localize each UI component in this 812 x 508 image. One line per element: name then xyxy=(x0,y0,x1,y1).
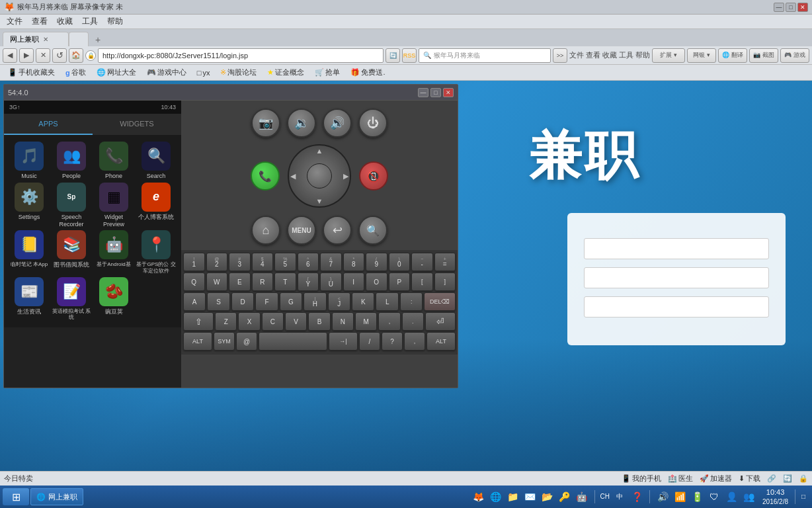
app-widget[interactable]: ▦ Widget Preview xyxy=(94,183,134,228)
accelerator-btn[interactable]: 🚀 加速器 xyxy=(700,474,732,484)
key-f[interactable]: F xyxy=(255,292,278,311)
key-enter[interactable]: ⏎ xyxy=(425,312,456,331)
app-music[interactable]: 🎵 Music xyxy=(9,142,49,180)
bookmark-6[interactable]: ★证金概念 xyxy=(263,66,308,79)
key-sym[interactable]: SYM xyxy=(214,332,235,351)
menu-ctrl-btn[interactable]: MENU xyxy=(287,216,316,245)
ext-btn-3[interactable]: 🌐 翻译 xyxy=(718,48,747,63)
vol-down-btn[interactable]: 🔉 xyxy=(287,108,316,138)
key-r[interactable]: R xyxy=(252,273,274,291)
app-notes[interactable]: 📒 临时笔记 本App xyxy=(9,230,49,274)
app-blog[interactable]: e 个人博客系统 xyxy=(136,183,176,228)
key-close-bracket[interactable]: ] xyxy=(434,273,456,291)
key-space[interactable] xyxy=(259,332,327,351)
key-3[interactable]: #3 xyxy=(229,253,251,271)
taskbar-icon-battery[interactable]: 🔋 xyxy=(690,489,704,504)
bookmark-0[interactable]: 📱手机收藏夹 xyxy=(4,66,59,79)
key-z[interactable]: Z xyxy=(215,312,237,331)
key-d[interactable]: D xyxy=(231,292,254,311)
key-h[interactable]: |H xyxy=(304,292,326,311)
taskbar-icon-firefox[interactable]: 🦊 xyxy=(471,489,486,504)
key-alt-left[interactable]: ALT xyxy=(183,332,212,351)
app-people[interactable]: 👥 People xyxy=(52,142,91,180)
key-0[interactable]: )0 xyxy=(389,253,411,271)
key-p[interactable]: P xyxy=(389,273,411,291)
taskbar-icon-folder[interactable]: 📁 xyxy=(506,489,520,504)
reload-btn[interactable]: ↺ xyxy=(52,48,67,63)
key-5[interactable]: %5 xyxy=(274,253,296,271)
bookmark-3[interactable]: 🎮游戏中心 xyxy=(143,66,190,79)
key-g[interactable]: G xyxy=(280,292,302,311)
app-speech[interactable]: Sp Speech Recorder xyxy=(52,183,91,228)
back-btn[interactable]: ◀ xyxy=(3,48,17,63)
camera-btn[interactable]: 📷 xyxy=(251,108,280,138)
key-tab-arrow[interactable]: →| xyxy=(329,332,358,351)
home-ctrl-btn[interactable]: ⌂ xyxy=(251,216,280,245)
close-window-btn[interactable]: ✕ xyxy=(797,3,808,12)
maximize-btn[interactable]: □ xyxy=(786,3,796,12)
widgets-tab[interactable]: WIDGETS xyxy=(93,114,181,135)
tab-0[interactable]: 网上兼职 ✕ xyxy=(3,32,69,46)
key-y[interactable]: {Y xyxy=(298,273,319,291)
taskbar-icon-lock[interactable]: 🔑 xyxy=(557,489,572,504)
bookmark-1[interactable]: g谷歌 xyxy=(61,66,90,79)
addon-icon-2[interactable]: 🔄 xyxy=(783,474,792,483)
menu-view[interactable]: 查看 xyxy=(28,15,52,28)
tab-close-0[interactable]: ✕ xyxy=(43,36,48,43)
key-del[interactable]: DEL⌫ xyxy=(424,292,456,311)
new-tab-btn[interactable]: + xyxy=(91,33,104,46)
key-l[interactable]: L xyxy=(376,292,398,311)
vol-up-btn[interactable]: 🔊 xyxy=(323,108,352,138)
start-btn[interactable]: ⊞ xyxy=(3,488,29,505)
home-btn[interactable]: 🏠 xyxy=(69,48,83,63)
key-i[interactable]: I xyxy=(343,273,365,291)
minimize-btn[interactable]: — xyxy=(774,3,784,12)
ext-btn-1[interactable]: 扩展 ▾ xyxy=(652,48,685,63)
rss-btn[interactable]: RSS xyxy=(402,48,417,63)
key-o[interactable]: O xyxy=(366,273,387,291)
popup-maximize-btn[interactable]: □ xyxy=(430,88,441,97)
taskbar-icon-person[interactable]: 👤 xyxy=(724,489,739,504)
bookmark-5[interactable]: ※淘股论坛 xyxy=(216,66,261,79)
taskbar-icon-ime[interactable]: 中 xyxy=(612,489,627,504)
address-bar[interactable]: http://dongxk-pc:8080/JzServer1511/login… xyxy=(98,48,384,63)
bookmark-2[interactable]: 🌐网址大全 xyxy=(93,66,140,79)
key-4[interactable]: $4 xyxy=(252,253,274,271)
key-shift[interactable]: ⇧ xyxy=(183,312,214,331)
key-alt-right[interactable]: ALT xyxy=(426,332,456,351)
key-c[interactable]: C xyxy=(262,312,284,331)
ext-btn-4[interactable]: 📷 截图 xyxy=(749,48,778,63)
dpad-center-btn[interactable] xyxy=(307,163,332,189)
key-comma[interactable]: , xyxy=(378,312,400,331)
search-bar[interactable]: 🔍 猴年马月将来临 xyxy=(419,48,551,63)
app-wandoujia[interactable]: 🫘 豌豆荚 xyxy=(94,277,134,321)
ext-btn-2[interactable]: 网银 ▾ xyxy=(687,48,716,63)
key-q[interactable]: Q xyxy=(183,273,205,291)
key-2[interactable]: @2 xyxy=(206,253,228,271)
app-gps[interactable]: 📍 基于GPS的公 交车定位软件 xyxy=(136,230,176,274)
download-btn[interactable]: ⬇ 下载 xyxy=(739,474,760,484)
key-u[interactable]: }U xyxy=(320,273,342,291)
key-6[interactable]: ^6 xyxy=(298,253,319,271)
key-w[interactable]: W xyxy=(206,273,228,291)
bookmark-4[interactable]: □yx xyxy=(193,67,214,78)
back-ctrl-btn[interactable]: ↩ xyxy=(323,216,352,245)
key-equals[interactable]: += xyxy=(434,253,456,271)
taskbar-icon-ie[interactable]: 🌐 xyxy=(489,489,503,504)
key-v[interactable]: V xyxy=(285,312,307,331)
app-library[interactable]: 📚 图书借阅系统 xyxy=(52,230,91,274)
app-android-base[interactable]: 🤖 基于Android基 xyxy=(94,230,134,274)
app-phone[interactable]: 📞 Phone xyxy=(94,142,134,180)
show-desktop-btn[interactable]: □ xyxy=(795,489,809,504)
key-t[interactable]: T xyxy=(274,273,296,291)
key-9[interactable]: (9 xyxy=(366,253,387,271)
taskbar-icon-net[interactable]: 📶 xyxy=(672,489,687,504)
taskbar-icon-person2[interactable]: 👥 xyxy=(741,489,756,504)
extensions-btn[interactable]: >> xyxy=(553,48,567,63)
app-settings[interactable]: ⚙️ Settings xyxy=(9,183,49,228)
forward-btn[interactable]: ▶ xyxy=(19,48,34,63)
my-phone-btn[interactable]: 📱 我的手机 xyxy=(622,474,661,484)
doctor-btn[interactable]: 🏥 医生 xyxy=(668,474,693,484)
bookmark-8[interactable]: 🎁免费送. xyxy=(346,66,389,79)
dpad-circle[interactable] xyxy=(288,144,351,208)
